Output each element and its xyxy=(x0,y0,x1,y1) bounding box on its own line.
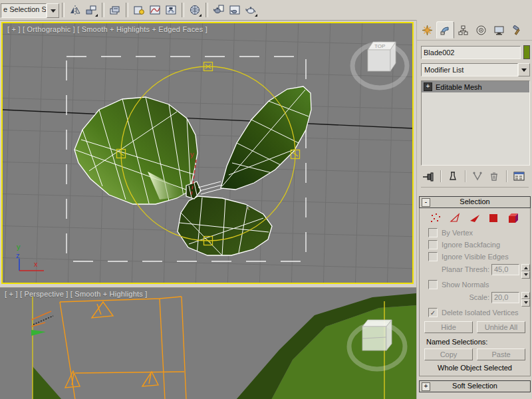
spinner-down[interactable] xyxy=(521,271,530,279)
subobject-buttons xyxy=(420,209,530,227)
paste-button[interactable]: Paste xyxy=(477,348,525,360)
by-vertex-checkbox[interactable]: By Vertex xyxy=(420,227,530,239)
checkbox-box[interactable] xyxy=(428,228,438,237)
show-normals-checkbox[interactable]: Show Normals xyxy=(420,279,530,291)
tripod-x-label: x xyxy=(34,260,38,268)
tab-display[interactable] xyxy=(490,21,508,39)
command-panel: Modifier List + Editable Mesh xyxy=(416,20,532,399)
tab-create[interactable] xyxy=(418,21,436,39)
pin-stack-button[interactable] xyxy=(421,170,436,183)
tab-utilities[interactable] xyxy=(508,21,526,39)
tab-modify[interactable] xyxy=(436,21,454,39)
ignore-backfacing-checkbox[interactable]: Ignore Backfacing xyxy=(420,239,530,251)
soft-selection-rollout-header[interactable]: + Soft Selection xyxy=(419,380,531,392)
stack-item-label: Editable Mesh xyxy=(436,83,482,91)
subobject-face-button[interactable] xyxy=(469,213,481,223)
viewport-label-orthographic[interactable]: [ + ] [ Orthographic ] [ Smooth + Highli… xyxy=(7,25,207,33)
orthographic-scene: y x y z x TOP xyxy=(3,23,412,283)
ignore-visible-edges-checkbox[interactable]: Ignore Visible Edges xyxy=(420,251,530,263)
viewport-perspective[interactable]: [ + ] [ Perspective ] [ Smooth + Highlig… xyxy=(0,287,416,399)
pushpin-icon xyxy=(422,171,434,182)
tab-hierarchy[interactable] xyxy=(454,21,472,39)
copy-button[interactable]: Copy xyxy=(424,348,473,360)
schematic-view-icon xyxy=(165,4,177,16)
create-icon xyxy=(422,25,433,36)
planar-thresh-spinner[interactable] xyxy=(521,264,530,275)
hide-button[interactable]: Hide xyxy=(424,321,473,333)
rendered-frame-window-button[interactable] xyxy=(227,2,243,18)
render-setup-button[interactable] xyxy=(211,2,227,18)
scale-row: Scale: 20,0 xyxy=(420,291,530,304)
expand-icon[interactable]: + xyxy=(422,382,430,391)
checkbox-label: Ignore Backfacing xyxy=(442,241,500,249)
spinner-up[interactable] xyxy=(521,264,530,271)
make-unique-button[interactable] xyxy=(470,170,485,183)
scale-field[interactable]: 20,0 xyxy=(491,292,519,303)
checkbox-label: Show Normals xyxy=(442,281,489,289)
tab-motion[interactable] xyxy=(472,21,490,39)
show-end-result-button[interactable] xyxy=(446,170,460,183)
subobject-element-button[interactable] xyxy=(507,213,520,223)
toolbar-separator xyxy=(102,3,104,17)
viewport-label-perspective[interactable]: [ + ] [ Perspective ] [ Smooth + Highlig… xyxy=(5,290,147,298)
layer-manager-button[interactable] xyxy=(107,2,123,18)
motion-icon xyxy=(475,25,487,36)
toolbar-separator xyxy=(126,3,128,17)
stack-item-editable-mesh[interactable]: + Editable Mesh xyxy=(422,81,529,92)
modifier-list-value[interactable]: Modifier List xyxy=(421,63,518,76)
mirror-icon xyxy=(69,4,81,16)
curve-editor-button[interactable] xyxy=(147,2,163,18)
schematic-view-button[interactable] xyxy=(163,2,179,18)
subobject-vertex-button[interactable] xyxy=(430,213,442,223)
scale-spinner[interactable] xyxy=(521,292,530,303)
checkbox-box[interactable] xyxy=(428,252,438,261)
viewport-orthographic[interactable]: y x y z x TOP [ + ] [ Orthographic ] [ S… xyxy=(1,22,414,284)
modifier-list-dropdown[interactable]: Modifier List xyxy=(421,63,530,76)
chevron-down-icon[interactable] xyxy=(518,63,530,76)
modifier-stack-list[interactable]: + Editable Mesh xyxy=(421,80,530,166)
subobject-polygon-button[interactable] xyxy=(488,213,500,223)
rollout-title: Soft Selection xyxy=(452,382,497,390)
command-panel-tabs xyxy=(417,20,532,41)
utilities-icon xyxy=(511,25,523,36)
named-selection-sets-dropdown[interactable]: e Selection Se xyxy=(1,3,59,17)
remove-modifier-button[interactable] xyxy=(487,170,501,183)
trash-icon xyxy=(489,171,499,182)
configure-modifier-sets-button[interactable] xyxy=(511,170,526,183)
chevron-down-icon[interactable] xyxy=(47,3,59,18)
separator xyxy=(465,170,466,182)
expand-icon[interactable]: + xyxy=(424,82,432,91)
object-name-field[interactable] xyxy=(421,46,521,59)
spinner-down[interactable] xyxy=(521,299,530,307)
display-icon xyxy=(493,25,505,36)
separator xyxy=(506,170,507,182)
object-color-swatch[interactable] xyxy=(523,45,530,59)
render-production-button[interactable] xyxy=(243,2,259,18)
material-editor-button[interactable] xyxy=(187,2,203,18)
checkbox-box[interactable]: ✓ xyxy=(428,308,438,317)
toolbar-separator xyxy=(205,3,208,17)
check-icon: ✓ xyxy=(430,309,436,317)
spinner-up[interactable] xyxy=(521,292,530,299)
align-button[interactable] xyxy=(83,2,99,18)
selection-rollout-header[interactable]: - Selection xyxy=(419,196,531,208)
delete-isolated-vertices-checkbox[interactable]: ✓ Delete Isolated Vertices xyxy=(420,307,530,319)
rendered-frame-icon xyxy=(229,4,241,16)
collapse-icon[interactable]: - xyxy=(422,198,430,207)
mirror-button[interactable] xyxy=(67,2,83,18)
soft-selection-rollout: + Soft Selection xyxy=(419,380,531,392)
viewcube-top-label[interactable]: TOP xyxy=(374,43,385,49)
curve-editor-toggle-button[interactable] xyxy=(131,2,147,18)
planar-thresh-field[interactable]: 45,0 xyxy=(491,264,519,275)
planar-thresh-label: Planar Thresh: xyxy=(420,265,491,273)
curve-editor-icon xyxy=(149,4,161,16)
selection-status-text: Whole Object Selected xyxy=(420,364,530,376)
unhide-all-button[interactable]: Unhide All xyxy=(477,321,525,333)
checkbox-box[interactable] xyxy=(428,240,438,249)
checkbox-box[interactable] xyxy=(428,280,438,289)
modify-icon xyxy=(440,25,451,36)
named-selection-sets-value[interactable]: e Selection Se xyxy=(1,3,47,18)
named-selections-label: Named Selections: xyxy=(420,338,530,346)
main-toolbar: e Selection Se xyxy=(0,0,532,21)
subobject-edge-button[interactable] xyxy=(450,213,462,223)
